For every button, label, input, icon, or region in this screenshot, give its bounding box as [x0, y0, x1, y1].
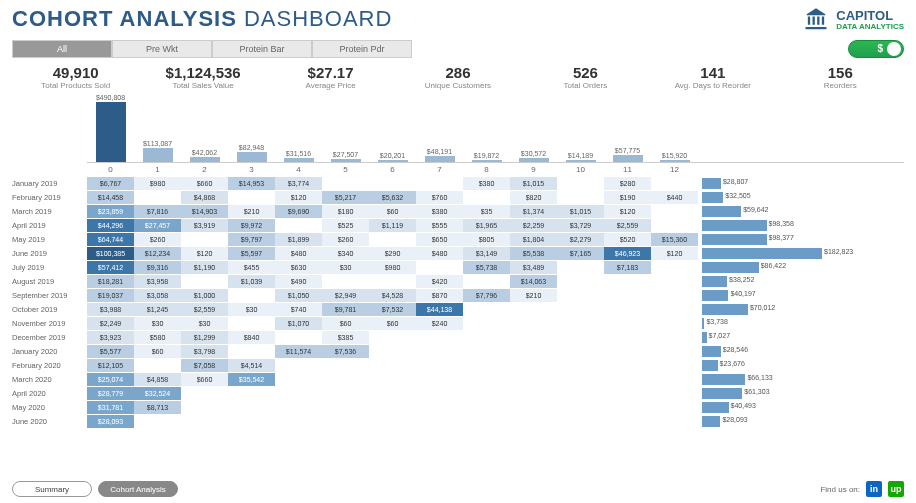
cohort-row: August 2019$18,281$3,958$1,039$490$420$1…	[12, 274, 904, 288]
cohort-row: June 2019$100,385$12,234$120$5,597$480$3…	[12, 246, 904, 260]
row-total-bar: $28,093	[702, 415, 832, 428]
row-total-bar: $86,422	[702, 261, 832, 274]
sheet-tab[interactable]: Cohort Analysis	[98, 481, 178, 497]
row-total-bar: $98,377	[702, 233, 832, 246]
cohort-row: April 2020$28,779$32,524$61,303	[12, 386, 904, 400]
row-total-bar: $3,738	[702, 317, 832, 330]
tenure-bar-chart: $490,808$113,087$42,062$82,948$31,516$27…	[87, 92, 904, 162]
cohort-grid: January 2019$6,767$980$660$14,953$3,774$…	[12, 176, 904, 428]
bar: $57,775	[604, 147, 651, 162]
filter-tab[interactable]: Pre Wkt	[112, 40, 212, 58]
cohort-row: May 2019$64,744$260$9,797$1,899$260$650$…	[12, 232, 904, 246]
kpi: 141Avg. Days to Reorder	[649, 64, 776, 90]
filter-tab[interactable]: Protein Bar	[212, 40, 312, 58]
row-total-bar: $66,133	[702, 373, 832, 386]
kpi: 156Reorders	[777, 64, 904, 90]
cohort-row: April 2019$44,296$27,457$3,919$9,972$525…	[12, 218, 904, 232]
row-total-bar: $70,012	[702, 303, 832, 316]
row-total-bar: $40,493	[702, 401, 832, 414]
row-total-bar: $40,197	[702, 289, 832, 302]
kpi: 526Total Orders	[522, 64, 649, 90]
row-total-bar: $38,252	[702, 275, 832, 288]
bar: $27,507	[322, 151, 369, 162]
cohort-row: November 2019$2,249$30$30$1,070$60$60$24…	[12, 316, 904, 330]
cohort-row: July 2019$57,412$9,316$1,190$455$630$30$…	[12, 260, 904, 274]
row-total-bar: $59,642	[702, 205, 832, 218]
filter-tabs: AllPre WktProtein BarProtein Pdr	[12, 40, 412, 58]
row-total-bar: $23,676	[702, 359, 832, 372]
sheet-tabs: SummaryCohort Analysis	[12, 481, 178, 497]
upwork-icon[interactable]: up	[888, 481, 904, 497]
page-title: COHORT ANALYSIS DASHBOARD	[12, 6, 392, 32]
filter-tab[interactable]: Protein Pdr	[312, 40, 412, 58]
currency-toggle[interactable]: $	[848, 40, 904, 58]
cohort-row: December 2019$3,923$580$1,299$840$385$7,…	[12, 330, 904, 344]
kpi-row: 49,910Total Products Sold$1,124,536Total…	[12, 64, 904, 90]
row-total-bar: $61,303	[702, 387, 832, 400]
cohort-row: October 2019$3,988$1,245$2,559$30$740$9,…	[12, 302, 904, 316]
bar: $82,948	[228, 144, 275, 162]
cohort-row: February 2020$12,105$7,058$4,514$23,676	[12, 358, 904, 372]
row-total-bar: $182,823	[702, 247, 832, 260]
bar-axis: 0123456789101112	[87, 162, 904, 174]
bar: $31,516	[275, 150, 322, 162]
linkedin-icon[interactable]: in	[866, 481, 882, 497]
cohort-row: February 2019$14,458$4,868$120$5,217$5,6…	[12, 190, 904, 204]
kpi: 286Unique Customers	[394, 64, 521, 90]
cohort-row: January 2019$6,767$980$660$14,953$3,774$…	[12, 176, 904, 190]
brand-logo: CAPITOLDATA ANALYTICS	[802, 6, 904, 34]
cohort-row: March 2019$23,859$7,816$14,903$210$9,690…	[12, 204, 904, 218]
row-total-bar: $28,807	[702, 177, 832, 190]
bar: $20,201	[369, 152, 416, 162]
social-row: Find us on: in up	[820, 481, 904, 497]
kpi: 49,910Total Products Sold	[12, 64, 139, 90]
kpi: $1,124,536Total Sales Value	[139, 64, 266, 90]
bar: $19,872	[463, 152, 510, 162]
cohort-row: September 2019$19,037$3,058$1,000$1,050$…	[12, 288, 904, 302]
cohort-row: June 2020$28,093$28,093	[12, 414, 904, 428]
bar: $14,189	[557, 152, 604, 162]
row-total-bar: $98,358	[702, 219, 832, 232]
bar: $490,808	[87, 94, 134, 162]
cohort-row: January 2020$5,577$60$3,798$11,574$7,536…	[12, 344, 904, 358]
bar: $15,920	[651, 152, 698, 162]
row-total-bar: $7,027	[702, 331, 832, 344]
cohort-row: May 2020$31,781$8,713$40,493	[12, 400, 904, 414]
row-total-bar: $28,546	[702, 345, 832, 358]
filter-tab[interactable]: All	[12, 40, 112, 58]
bar: $42,062	[181, 149, 228, 162]
row-total-bar: $32,505	[702, 191, 832, 204]
bar: $113,087	[134, 140, 181, 162]
cohort-row: March 2020$25,074$4,858$660$35,542$66,13…	[12, 372, 904, 386]
sheet-tab[interactable]: Summary	[12, 481, 92, 497]
bar: $30,572	[510, 150, 557, 162]
bar: $48,191	[416, 148, 463, 162]
kpi: $27.17Average Price	[267, 64, 394, 90]
